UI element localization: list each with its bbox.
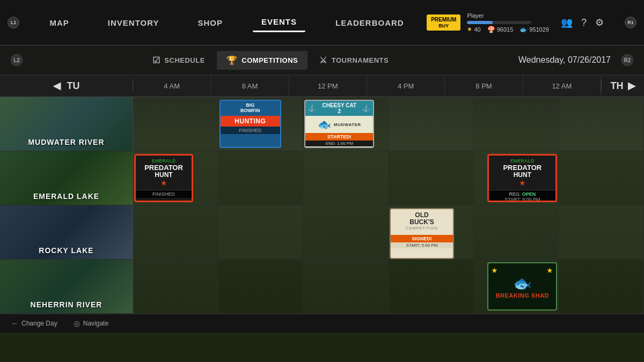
help-icon[interactable]: ? (581, 17, 587, 28)
time-col-4am: 4 AM (133, 76, 211, 97)
calendar-row-neherrin: NEHERRIN RIVER ★ ★ 🐟 BREAKING SHAD (0, 260, 644, 314)
nav-events[interactable]: EVENTS (253, 13, 305, 32)
sub-nav-right: Wednesday, 07/26/2017 R2 (518, 54, 633, 66)
tab-schedule[interactable]: ☑ SCHEDULE (143, 51, 215, 70)
event-oldbucks[interactable]: OLD BUCK'S COMPETITION SIGNED! START: 5:… (390, 208, 454, 259)
neherrin-cell-12am (559, 260, 644, 313)
day-nav-left[interactable]: ◀ TU (0, 80, 133, 92)
nav-leaderboard[interactable]: LEADERBOARD (327, 14, 413, 32)
event-emerald-predator-right[interactable]: EMERALD PREDATOR HUNT ★ REG: OPEN START:… (487, 154, 557, 202)
emerald-left-star: ★ (138, 179, 189, 187)
breakingshad-inner: ★ ★ 🐟 BREAKING SHAD (488, 263, 556, 301)
nav-map[interactable]: MAP (41, 14, 77, 32)
change-day-label: Change Day (21, 320, 57, 327)
rocky-name: ROCKY LAKE (0, 246, 133, 255)
player-name: Player (467, 12, 484, 19)
emerald-cell-8am (218, 151, 304, 205)
emerald-cell-8pm: EMERALD PREDATOR HUNT ★ REG: OPEN START:… (474, 151, 559, 205)
player-info: Player ★ 40 🍄 96015 🐟 951029 (467, 12, 549, 33)
anchor-left-icon: ⚓ (308, 105, 316, 112)
sub-nav: L2 ☑ SCHEDULE 🏆 COMPETITIONS ⚔ TOURNAMEN… (0, 46, 644, 75)
event-bowfin-hunting[interactable]: BIG BOWFIN HUNTING FINISHED (219, 100, 281, 148)
current-date: Wednesday, 07/26/2017 (518, 55, 611, 65)
next-arrow: ▶ (628, 80, 635, 92)
cheesycat-title: CHEESY CAT 2 (316, 102, 362, 114)
calendar-row-mudwater: MUDWATER RIVER BIG BOWFIN HUNTING FINISH… (0, 97, 644, 151)
location-rocky: ROCKY LAKE (0, 205, 133, 259)
change-day-icon: ↔ (11, 319, 18, 328)
mudwater-name: MUDWATER RIVER (0, 138, 133, 146)
bowfin-header: BIG BOWFIN (221, 101, 280, 116)
emerald-name: EMERALD LAKE (0, 192, 133, 201)
next-day-label: TH (611, 80, 624, 92)
emerald-left-hunt: HUNT (138, 171, 189, 179)
nav-inventory[interactable]: INVENTORY (99, 14, 168, 32)
mudwater-cell-12pm: ⚓ CHEESY CAT 2 ⚓ 🐟 MUDWATER STARTED! END… (303, 97, 389, 151)
neherrin-name: NEHERRIN RIVER (0, 300, 133, 309)
player-currency: 🐟 951029 (519, 26, 549, 33)
location-neherrin: NEHERRIN RIVER (0, 260, 133, 313)
settings-icon[interactable]: ⚙ (595, 17, 604, 28)
emerald-time-cells: EMERALD PREDATOR HUNT ★ FINISHED EMERALD… (133, 151, 644, 205)
mudwater-cell-4am (133, 97, 218, 151)
time-col-12am: 12 AM (523, 76, 601, 97)
cheesycat-body: 🐟 MUDWATER (305, 116, 373, 133)
oldbucks-start-time: START: 5:00 PM (391, 242, 453, 248)
sub-nav-left: L2 (11, 54, 23, 66)
calendar-row-emerald: EMERALD LAKE EMERALD PREDATOR HUNT ★ FIN… (0, 151, 644, 205)
tab-tournaments[interactable]: ⚔ TOURNAMENTS (310, 51, 398, 70)
prev-arrow: ◀ (53, 80, 61, 92)
controller-r1-badge: R1 (617, 17, 644, 28)
event-cheesycat[interactable]: ⚓ CHEESY CAT 2 ⚓ 🐟 MUDWATER STARTED! END… (304, 100, 374, 148)
time-col-4pm: 4 PM (367, 76, 445, 97)
oldbucks-title2: BUCK'S (393, 219, 450, 226)
emerald-reg-open: OPEN (522, 191, 536, 197)
breakingshad-title: BREAKING SHAD (496, 292, 549, 299)
oldbucks-status: SIGNED! (391, 235, 453, 242)
location-emerald: EMERALD LAKE (0, 151, 133, 205)
top-nav: L1 MAP INVENTORY SHOP EVENTS LEADERBOARD… (0, 0, 644, 46)
coin-icon: 🍄 (487, 26, 495, 33)
nav-shop[interactable]: SHOP (189, 14, 232, 32)
tournaments-icon: ⚔ (319, 55, 327, 65)
rocky-cell-12pm (303, 205, 389, 259)
time-columns-header: 4 AM 8 AM 12 PM 4 PM 8 PM 12 AM (133, 76, 601, 97)
rocky-cell-12am (559, 205, 644, 259)
event-breaking-shad[interactable]: ★ ★ 🐟 BREAKING SHAD (487, 262, 557, 311)
rocky-cell-8pm (474, 205, 559, 259)
emerald-right-inner: EMERALD PREDATOR HUNT ★ (489, 156, 555, 190)
player-stars: ★ 40 (467, 26, 480, 33)
emerald-cell-4pm (389, 151, 474, 205)
fish-coin-icon: 🐟 (519, 26, 528, 33)
r2-badge: R2 (621, 54, 633, 66)
emerald-reg-label: REG: (509, 191, 521, 197)
neherrin-cell-8am (218, 260, 304, 313)
day-nav-right[interactable]: TH ▶ (601, 80, 644, 92)
neherrin-time-cells: ★ ★ 🐟 BREAKING SHAD (133, 260, 644, 313)
neherrin-cell-8pm: ★ ★ 🐟 BREAKING SHAD (474, 260, 559, 313)
star-right-icon: ★ (546, 266, 553, 275)
friends-icon[interactable]: 👥 (561, 17, 573, 28)
hint-change-day: ↔ Change Day (11, 319, 57, 328)
mudwater-cell-8pm (474, 97, 559, 151)
time-col-8pm: 8 PM (445, 76, 523, 97)
navigate-label: Navigate (83, 320, 108, 327)
bowfin-title: HUNTING (221, 116, 280, 127)
tab-competitions[interactable]: 🏆 COMPETITIONS (217, 51, 308, 70)
controller-l1-badge: L1 (0, 17, 27, 28)
emerald-right-hunt: HUNT (492, 171, 553, 179)
breakingshad-stars-row: ★ ★ (491, 266, 553, 275)
emerald-left-status: FINISHED (136, 190, 192, 198)
nav-items: MAP INVENTORY SHOP EVENTS LEADERBOARD (27, 13, 427, 32)
emerald-cell-12pm (303, 151, 389, 205)
premium-button[interactable]: PREMIUM BUY (427, 14, 460, 31)
emerald-left-title2: PREDATOR (138, 164, 189, 171)
hint-navigate: ◎ Navigate (74, 319, 108, 328)
rocky-time-cells: OLD BUCK'S COMPETITION SIGNED! START: 5:… (133, 205, 644, 259)
schedule-icon: ☑ (152, 55, 160, 65)
emerald-right-title2: PREDATOR (492, 164, 553, 171)
time-col-8am: 8 AM (211, 76, 289, 97)
mudwater-cell-12am (559, 97, 644, 151)
star-left-icon: ★ (491, 266, 498, 275)
event-emerald-predator-left[interactable]: EMERALD PREDATOR HUNT ★ FINISHED (134, 154, 193, 202)
